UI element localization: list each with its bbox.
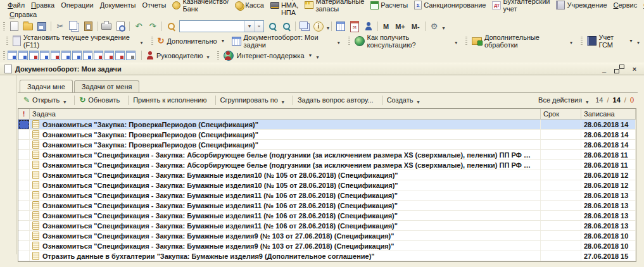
table-row[interactable]: Ознакомиться "Спецификация - Закупка: Аб… (18, 160, 636, 170)
menu-treasury-bank[interactable]: Казначейство/Банк (169, 0, 232, 13)
table-row[interactable]: Ознакомиться "Спецификация - Закупка: Бу… (18, 231, 636, 241)
menu-reports[interactable]: Отчеты (139, 1, 169, 9)
search-input[interactable] (180, 21, 244, 32)
set-current-institution-button[interactable]: Установить текущее учреждение (F11) (1, 32, 146, 50)
report-icon-9[interactable] (94, 51, 103, 60)
open-button[interactable]: ✎ Открыть (20, 95, 69, 105)
ask-author-button[interactable]: Задать вопрос автору... (287, 94, 377, 106)
dropdown-icon[interactable] (443, 25, 445, 31)
table-row[interactable]: Ознакомиться "Спецификация - Закупка: Бу… (18, 180, 636, 190)
all-actions-button[interactable]: Все действия (535, 95, 591, 105)
close-icon[interactable]: × (631, 65, 638, 73)
menu-cash[interactable]: Касса (232, 1, 267, 10)
table-row[interactable]: Ознакомиться "Спецификация - Закупка: Бу… (18, 190, 636, 201)
dropdown-icon[interactable] (282, 99, 284, 105)
menu-inventory[interactable]: Материальные запасы (301, 0, 367, 13)
refresh-button[interactable]: ↻ Обновить (69, 94, 123, 106)
open-icon[interactable] (21, 20, 35, 33)
table-row[interactable]: Ознакомиться "Спецификация - Закупка: Бу… (18, 170, 636, 180)
table-row[interactable]: Ознакомиться "Закупка: ПроверкаПериодов … (18, 120, 636, 130)
find-icon[interactable] (164, 20, 178, 33)
table-row[interactable]: Отразить данные в бухгалтерии "Закупка: … (18, 251, 636, 261)
service-settings-icon[interactable]: ⚙ (427, 20, 441, 33)
print-icon[interactable] (99, 20, 113, 33)
docflow-my-tasks-button[interactable]: Документооборот: Мои задачи (229, 32, 343, 50)
new-document-icon[interactable] (7, 20, 21, 33)
tab-tasks-to-me[interactable]: Задачи мне (20, 80, 73, 92)
info-icon[interactable]: i (312, 20, 325, 33)
dropdown-icon[interactable] (327, 25, 329, 31)
windows-list-icon[interactable] (298, 20, 312, 33)
due-column-header[interactable]: Срок (541, 109, 581, 119)
additional-processing-button[interactable]: Дополнительные обработки (460, 32, 576, 50)
report-icon-6[interactable] (61, 51, 71, 60)
dropdown-icon[interactable] (637, 40, 640, 46)
dropdown-icon[interactable] (338, 40, 340, 46)
table-row[interactable]: Ознакомиться "Спецификация - Закупка: Аб… (18, 150, 636, 160)
dropdown-icon[interactable] (417, 99, 419, 105)
menu-documents[interactable]: Документы (97, 1, 139, 9)
memory-plus-button[interactable]: M+ (392, 22, 408, 32)
dropdown-icon[interactable] (141, 40, 143, 46)
menu-authorization[interactable]: Σ Санкционирование (411, 0, 489, 10)
memory-button[interactable]: M (380, 22, 392, 32)
table-row[interactable]: Ознакомиться "Закупка: ПроверкаПериодов … (18, 130, 636, 140)
report-icon-5[interactable] (51, 51, 60, 60)
dropdown-icon[interactable] (570, 40, 572, 46)
report-icon-3[interactable] (29, 51, 39, 60)
user-settings-icon[interactable] (362, 20, 376, 33)
report-icon-10[interactable] (104, 51, 114, 60)
manager-button[interactable]: Руководителю (136, 49, 212, 61)
menu-assets[interactable]: ОС, НМА, НПА (267, 0, 302, 17)
dropdown-icon[interactable] (206, 54, 209, 60)
menu-service[interactable]: Сервис (610, 1, 641, 9)
report-icon-4[interactable] (40, 51, 49, 60)
find-next-icon[interactable] (265, 20, 279, 33)
minimize-icon[interactable]: _ (600, 65, 608, 73)
print-preview-icon[interactable] (113, 20, 127, 33)
menu-settlements[interactable]: Расчеты (367, 1, 411, 10)
report-icon-7[interactable] (72, 51, 82, 60)
table-row[interactable]: Ознакомиться "Спецификация - Закупка: Бу… (18, 201, 636, 211)
table-row[interactable]: Ознакомиться "Спецификация - Закупка: Бу… (18, 221, 636, 231)
menu-windows[interactable]: Окна (640, 1, 644, 9)
group-by-button[interactable]: Сгруппировать по (210, 94, 287, 106)
report-icon-11[interactable] (115, 51, 125, 60)
table-row[interactable]: Ознакомиться "Спецификация - Закупка: Бу… (18, 211, 636, 221)
toolbar-grip[interactable] (3, 51, 5, 60)
menu-edit[interactable]: Правка (28, 1, 58, 9)
report-icon-12[interactable] (126, 51, 136, 60)
table-row[interactable]: Ознакомиться "Спецификация - Закупка: Бу… (18, 241, 636, 251)
dropdown-icon[interactable] (316, 54, 319, 60)
save-icon[interactable] (35, 20, 49, 33)
priority-column-header[interactable]: ! (18, 109, 30, 119)
calendar-icon[interactable]: 31 (348, 20, 362, 33)
tab-tasks-from-me[interactable]: Задачи от меня (74, 80, 140, 92)
menu-file[interactable]: Файл (4, 1, 28, 9)
additional-button[interactable]: ↻ Дополнительно (146, 35, 229, 47)
recorded-column-header[interactable]: Записана (581, 109, 636, 119)
task-column-header[interactable]: Задача (30, 109, 541, 119)
copy-icon[interactable] (67, 20, 81, 33)
memory-minus-button[interactable]: M- (408, 22, 423, 32)
clear-search-icon[interactable]: × (254, 21, 263, 32)
create-button[interactable]: Создать (377, 94, 423, 106)
combo-open-icon[interactable]: ▾ (244, 21, 254, 32)
menu-institution[interactable]: Учреждение (553, 0, 610, 10)
get-consultation-button[interactable]: Как получить консультацию? (343, 32, 460, 50)
menu-operations[interactable]: Операции (58, 1, 96, 9)
redo-icon[interactable]: ↷ (146, 20, 160, 33)
table-row[interactable]: Ознакомиться "Закупка: ПроверкаПериодов … (18, 140, 636, 150)
cut-icon[interactable]: ✂ (53, 20, 67, 33)
report-icon-8[interactable] (83, 51, 92, 60)
menu-help[interactable]: Справка (6, 10, 40, 19)
internet-support-button[interactable]: Интернет-поддержка (212, 49, 322, 62)
dropdown-icon[interactable] (63, 99, 66, 105)
report-icon-1[interactable] (8, 51, 17, 60)
report-icon-2[interactable] (18, 51, 28, 60)
find-previous-icon[interactable] (279, 20, 293, 33)
fuel-accounting-button[interactable]: Учет ГСМ (576, 32, 643, 50)
menu-accounting[interactable]: Дт Бухгалтерский учет (489, 0, 553, 13)
dropdown-icon[interactable] (455, 40, 457, 46)
accept-for-execution-button[interactable]: Принять к исполнению (123, 94, 210, 106)
